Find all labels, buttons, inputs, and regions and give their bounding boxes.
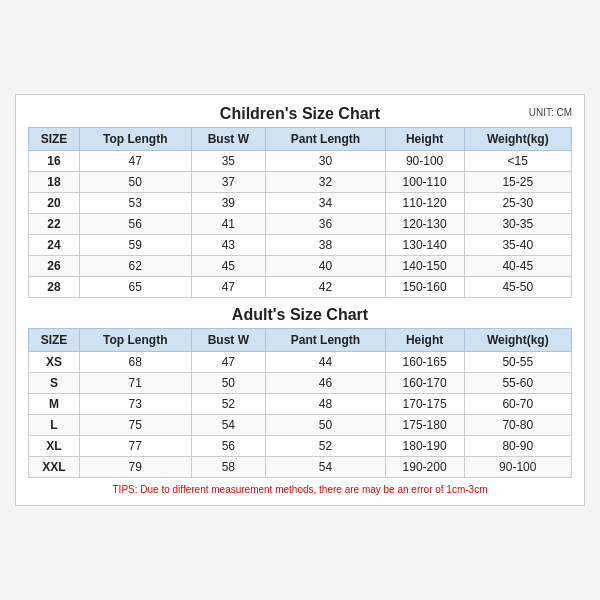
table-cell: XS bbox=[29, 352, 80, 373]
table-cell: 37 bbox=[191, 172, 266, 193]
table-cell: 47 bbox=[79, 151, 191, 172]
table-cell: 140-150 bbox=[385, 256, 464, 277]
table-row: 1647353090-100<15 bbox=[29, 151, 572, 172]
table-cell: 175-180 bbox=[385, 415, 464, 436]
table-cell: 59 bbox=[79, 235, 191, 256]
table-cell: 26 bbox=[29, 256, 80, 277]
table-cell: 60-70 bbox=[464, 394, 571, 415]
children-col-weight: Weight(kg) bbox=[464, 128, 571, 151]
table-cell: <15 bbox=[464, 151, 571, 172]
table-cell: 130-140 bbox=[385, 235, 464, 256]
adult-col-size: SIZE bbox=[29, 329, 80, 352]
table-cell: 22 bbox=[29, 214, 80, 235]
table-cell: 90-100 bbox=[464, 457, 571, 478]
adult-header-row: SIZE Top Length Bust W Pant Length Heigh… bbox=[29, 329, 572, 352]
table-cell: 160-170 bbox=[385, 373, 464, 394]
table-cell: 50-55 bbox=[464, 352, 571, 373]
table-cell: 40-45 bbox=[464, 256, 571, 277]
table-row: 24594338130-14035-40 bbox=[29, 235, 572, 256]
adult-col-weight: Weight(kg) bbox=[464, 329, 571, 352]
table-row: S715046160-17055-60 bbox=[29, 373, 572, 394]
adult-table: SIZE Top Length Bust W Pant Length Heigh… bbox=[28, 328, 572, 478]
children-title: Children's Size Chart bbox=[220, 105, 380, 123]
table-cell: 68 bbox=[79, 352, 191, 373]
table-cell: 70-80 bbox=[464, 415, 571, 436]
children-col-height: Height bbox=[385, 128, 464, 151]
table-row: 22564136120-13030-35 bbox=[29, 214, 572, 235]
table-cell: 180-190 bbox=[385, 436, 464, 457]
table-cell: 18 bbox=[29, 172, 80, 193]
table-cell: XL bbox=[29, 436, 80, 457]
table-cell: L bbox=[29, 415, 80, 436]
table-cell: 16 bbox=[29, 151, 80, 172]
table-cell: 32 bbox=[266, 172, 386, 193]
children-col-pant-length: Pant Length bbox=[266, 128, 386, 151]
table-cell: 41 bbox=[191, 214, 266, 235]
table-cell: 71 bbox=[79, 373, 191, 394]
table-cell: 25-30 bbox=[464, 193, 571, 214]
table-cell: 24 bbox=[29, 235, 80, 256]
table-cell: 50 bbox=[266, 415, 386, 436]
table-cell: 50 bbox=[79, 172, 191, 193]
table-cell: 58 bbox=[191, 457, 266, 478]
table-row: XS684744160-16550-55 bbox=[29, 352, 572, 373]
table-cell: 150-160 bbox=[385, 277, 464, 298]
table-row: 20533934110-12025-30 bbox=[29, 193, 572, 214]
table-cell: 54 bbox=[266, 457, 386, 478]
children-col-size: SIZE bbox=[29, 128, 80, 151]
table-cell: 56 bbox=[191, 436, 266, 457]
adult-col-bust-w: Bust W bbox=[191, 329, 266, 352]
table-row: 26624540140-15040-45 bbox=[29, 256, 572, 277]
table-cell: 38 bbox=[266, 235, 386, 256]
table-cell: 190-200 bbox=[385, 457, 464, 478]
table-cell: 100-110 bbox=[385, 172, 464, 193]
table-cell: 15-25 bbox=[464, 172, 571, 193]
table-cell: 55-60 bbox=[464, 373, 571, 394]
table-cell: 90-100 bbox=[385, 151, 464, 172]
table-cell: 35-40 bbox=[464, 235, 571, 256]
table-cell: 47 bbox=[191, 352, 266, 373]
table-row: 28654742150-16045-50 bbox=[29, 277, 572, 298]
table-cell: 75 bbox=[79, 415, 191, 436]
table-row: M735248170-17560-70 bbox=[29, 394, 572, 415]
table-cell: 170-175 bbox=[385, 394, 464, 415]
adult-col-top-length: Top Length bbox=[79, 329, 191, 352]
children-col-top-length: Top Length bbox=[79, 128, 191, 151]
table-cell: 42 bbox=[266, 277, 386, 298]
table-cell: 30-35 bbox=[464, 214, 571, 235]
table-cell: 43 bbox=[191, 235, 266, 256]
adult-section: Adult's Size Chart SIZE Top Length Bust … bbox=[28, 306, 572, 478]
table-cell: 47 bbox=[191, 277, 266, 298]
table-cell: 36 bbox=[266, 214, 386, 235]
table-cell: 50 bbox=[191, 373, 266, 394]
table-cell: 39 bbox=[191, 193, 266, 214]
table-cell: 73 bbox=[79, 394, 191, 415]
table-row: L755450175-18070-80 bbox=[29, 415, 572, 436]
table-cell: M bbox=[29, 394, 80, 415]
table-cell: 34 bbox=[266, 193, 386, 214]
table-cell: XXL bbox=[29, 457, 80, 478]
table-row: 18503732100-11015-25 bbox=[29, 172, 572, 193]
adult-title: Adult's Size Chart bbox=[232, 306, 368, 324]
table-cell: 40 bbox=[266, 256, 386, 277]
table-cell: 120-130 bbox=[385, 214, 464, 235]
table-cell: 54 bbox=[191, 415, 266, 436]
table-cell: 53 bbox=[79, 193, 191, 214]
chart-container: Children's Size Chart UNIT: CM SIZE Top … bbox=[15, 94, 585, 506]
children-header-row: SIZE Top Length Bust W Pant Length Heigh… bbox=[29, 128, 572, 151]
table-cell: 30 bbox=[266, 151, 386, 172]
table-cell: 45-50 bbox=[464, 277, 571, 298]
table-cell: 52 bbox=[191, 394, 266, 415]
adult-col-height: Height bbox=[385, 329, 464, 352]
unit-label: UNIT: CM bbox=[529, 107, 572, 118]
table-cell: 62 bbox=[79, 256, 191, 277]
table-cell: 35 bbox=[191, 151, 266, 172]
table-cell: 79 bbox=[79, 457, 191, 478]
table-cell: 56 bbox=[79, 214, 191, 235]
children-title-row: Children's Size Chart UNIT: CM bbox=[28, 105, 572, 123]
table-row: XXL795854190-20090-100 bbox=[29, 457, 572, 478]
table-cell: 46 bbox=[266, 373, 386, 394]
table-cell: 44 bbox=[266, 352, 386, 373]
table-row: XL775652180-19080-90 bbox=[29, 436, 572, 457]
table-cell: 110-120 bbox=[385, 193, 464, 214]
